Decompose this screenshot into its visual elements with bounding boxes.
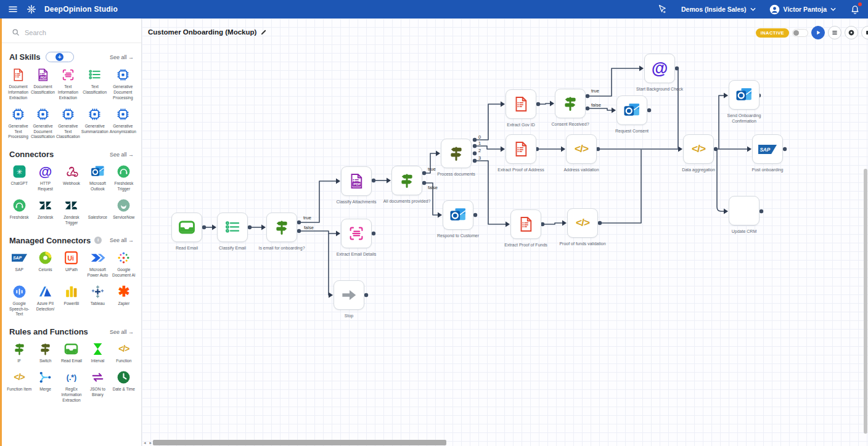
workflow-node-respond-to-customer[interactable]: Respond to Customer (443, 200, 473, 230)
sidebar-item-webhook[interactable]: Webhook (59, 164, 84, 192)
pointer-flag-icon[interactable] (657, 4, 668, 15)
sidebar-item-freshdesk-trigger[interactable]: Freshdesk Trigger (112, 164, 136, 192)
workflow-node-process-documents[interactable]: Process documents (441, 139, 472, 168)
hamburger-menu-icon[interactable] (7, 4, 18, 15)
sidebar-item-merge[interactable]: Merge (33, 370, 57, 403)
sidebar-item-label: PowerBI (64, 301, 80, 307)
horizontal-scroll-thumb[interactable] (153, 440, 446, 445)
sidebar-item-google-document-ai[interactable]: Google Document AI (112, 250, 136, 278)
search-input[interactable] (25, 29, 117, 36)
workflow-node-update-crm[interactable]: Update CRM (729, 196, 760, 225)
sidebar-item-text-information-extraction[interactable]: Text Information Extraction (56, 67, 80, 101)
edit-pencil-icon[interactable] (260, 29, 267, 36)
node-label: Start Background Check (633, 86, 687, 92)
user-menu[interactable]: Victor Pantoja (769, 4, 836, 15)
pdf-purple-icon: PDF (35, 67, 51, 83)
info-icon: i (94, 237, 102, 244)
sidebar-item-google-speech-to-text[interactable]: Google Speech-to-Text (7, 284, 31, 318)
sidebar-item-freshdesk[interactable]: Freshdesk (7, 198, 31, 226)
workflow-node-classify-attachments[interactable]: PDFClassify Attachments (341, 166, 372, 196)
sidebar-item-microsoft-power-auto[interactable]: Microsoft Power Auto (85, 250, 110, 278)
see-all-link[interactable]: See all → (110, 54, 134, 60)
sidebar-item-powerbi[interactable]: PowerBI (59, 284, 84, 318)
add-skill-button[interactable]: + (46, 52, 74, 62)
sidebar-item-generative-summarization[interactable]: Generative Summarization (81, 107, 108, 140)
vertical-scrollbar[interactable] (863, 27, 868, 437)
sidebar-item-chatgpt[interactable]: ✳ChatGPT (7, 164, 31, 192)
horizontal-scrollbar[interactable]: ◂ ▸ (142, 439, 868, 446)
node-label: Classify Attachments (329, 199, 383, 205)
sidebar-item-sap[interactable]: SAPSAP (7, 250, 31, 278)
versions-button[interactable] (845, 26, 858, 39)
svg-text:SAP: SAP (13, 256, 22, 260)
sidebar-item-label: Text Classification (81, 84, 108, 95)
logs-button[interactable] (828, 26, 841, 39)
workspace-selector[interactable]: Demos (Inside Sales) (681, 6, 756, 13)
sidebar-item-switch[interactable]: Switch (33, 341, 57, 364)
sidebar-item-tableau[interactable]: Tableau (85, 284, 110, 318)
workflow-node-post-onboarding[interactable]: SAPPost onboarding (752, 134, 783, 164)
sidebar-item-generative-anonymization[interactable]: Generative Anonymization (110, 107, 136, 140)
notifications-bell-icon[interactable] (850, 4, 861, 15)
workflow-node-extract-email-details[interactable]: Extract Email Details (341, 219, 372, 248)
see-all-link[interactable]: See all → (110, 237, 134, 243)
sidebar-item-interval[interactable]: Interval (85, 341, 110, 364)
workflow-node-address-validation[interactable]: </>Address validation (566, 134, 597, 164)
deepopinion-logo-icon (26, 4, 37, 15)
sidebar-item-zapier[interactable]: ✱Zapier (112, 284, 136, 318)
workflow-node-proof-of-funds-validation[interactable]: </>Proof of funds validation (567, 208, 598, 238)
workflow-node-request-consent[interactable]: Request Consent (616, 95, 647, 125)
workflow-canvas[interactable]: truefalsetruefalsetruefalse0123 Read Ema… (142, 18, 868, 446)
workflow-node-send-onboarding-confirmation[interactable]: Send Onboarding Confirmation (729, 80, 760, 110)
servicenow-icon (116, 198, 131, 213)
sidebar-item-read-email[interactable]: Read Email (59, 341, 84, 364)
sidebar-item-function-item[interactable]: </>Function Item (7, 370, 31, 403)
topbar: DeepOpinion Studio Demos (Inside Sales) … (0, 0, 868, 18)
outlook-icon (449, 206, 467, 224)
sidebar-item-function[interactable]: </>Function (112, 341, 136, 364)
sidebar-item-zendesk[interactable]: Zendesk (33, 198, 57, 226)
sidebar-item-http-request[interactable]: @HTTP Request (33, 164, 57, 192)
workflow-node-start-background-check[interactable]: @Start Background Check (644, 54, 675, 83)
sidebar-item-regex-information-extraction[interactable]: (.*)RegEx Information Extraction (59, 370, 84, 403)
workflow-node-extract-proof-of-address[interactable]: Extract Proof of Address (506, 134, 536, 164)
run-button[interactable] (811, 26, 825, 39)
sidebar-item-zendesk-trigger[interactable]: Zendesk Trigger (59, 198, 84, 226)
sidebar-item-document-information-extraction[interactable]: Document Information Extraction (7, 67, 30, 101)
sidebar-item-uipath[interactable]: UiUiPath (59, 250, 84, 278)
sidebar-item-generative-document-processing[interactable]: Generative Document Processing (110, 67, 136, 101)
list-green-icon (87, 67, 102, 83)
sidebar-item-servicenow[interactable]: ServiceNow (112, 198, 136, 226)
workflow-node-stop[interactable]: Stop (334, 280, 364, 310)
sidebar-item-azure-pii-detection[interactable]: Azure PII Detection/ (33, 284, 57, 318)
sidebar-item-document-classification[interactable]: PDFDocument Classification (31, 67, 55, 101)
workflow-node-all-documents-provided[interactable]: All documents provided? (391, 166, 422, 195)
sidebar-item-text-classification[interactable]: Text Classification (81, 67, 108, 101)
brackets-pink-icon (347, 224, 366, 243)
node-label: Stop (322, 313, 376, 318)
see-all-link[interactable]: See all → (110, 329, 134, 335)
sidebar-item-if[interactable]: IF (7, 341, 31, 364)
workflow-node-classify-email[interactable]: Classify Email (217, 213, 248, 242)
workflow-node-is-email-onboarding[interactable]: Is email for onboarding? (266, 213, 297, 242)
sidebar-item-microsoft-outlook[interactable]: Microsoft Outlook (85, 164, 110, 192)
code-gold-icon: </> (689, 140, 708, 158)
node-label: Extract Email Details (329, 251, 383, 257)
workflow-node-data-aggregation[interactable]: </>Data aggregation (683, 134, 714, 164)
activate-toggle[interactable] (792, 29, 808, 37)
vertical-scroll-thumb[interactable] (864, 169, 867, 434)
workflow-node-consent-received[interactable]: Consent Received? (555, 89, 586, 118)
workflow-node-extract-proof-of-funds[interactable]: Extract Proof of Funds (510, 209, 541, 239)
workflow-node-read-email[interactable]: Read Email (171, 213, 202, 242)
sidebar-item-date-time[interactable]: Date & Time (112, 370, 136, 403)
see-all-link[interactable]: See all → (110, 152, 134, 158)
section-items-connectors: ✳ChatGPT@HTTP RequestWebhookMicrosoft Ou… (2, 163, 141, 230)
sidebar-item-json-to-binary[interactable]: JSON to Binary (85, 370, 110, 403)
workflow-node-extract-gov-id[interactable]: Extract Gov ID (506, 89, 536, 119)
sidebar-item-celonis[interactable]: Celonis (33, 250, 57, 278)
section-header-managed-connectors: Managed ConnectorsiSee all → (2, 230, 141, 249)
sidebar-item-generative-text-processing[interactable]: Generative Text Processing (7, 107, 30, 140)
sidebar-item-generative-text-classification[interactable]: Generative Text Classification (56, 107, 80, 140)
sidebar-item-salesforce[interactable]: Salesforce (85, 198, 110, 226)
sidebar-item-generative-document-classification[interactable]: Generative Document Classification (31, 107, 55, 140)
